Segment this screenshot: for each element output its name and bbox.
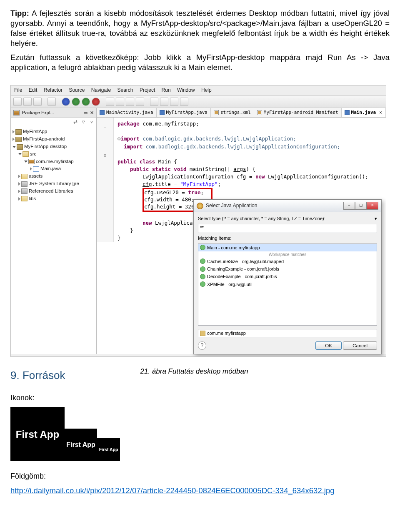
package-explorer-label: Package Expl... — [22, 110, 54, 115]
tree-main-java[interactable]: Main.java — [12, 165, 95, 173]
toolbar-new-icon[interactable] — [13, 98, 22, 106]
toolbar — [11, 95, 386, 108]
source-link[interactable]: http://i.dailymail.co.uk/i/pix/2012/12/0… — [10, 486, 335, 495]
tab-myfirstapp[interactable]: MyFirstApp.java — [157, 108, 211, 117]
toolbar-new-class-icon[interactable] — [116, 98, 124, 106]
tree-ref-libs[interactable]: Referenced Libraries — [12, 188, 95, 195]
toolbar-open-type-icon[interactable] — [126, 98, 134, 106]
select-type-label: Select type (? = any character, * = any … — [198, 216, 377, 221]
menu-run[interactable]: Run — [162, 87, 171, 93]
select-java-application-dialog: Select Java Application − ▢ ✕ Select typ… — [193, 199, 382, 354]
menu-help[interactable]: Help — [201, 87, 212, 93]
list-item[interactable]: DecodeExample - com.jcraft.jorbis — [198, 273, 377, 280]
menu-search[interactable]: Search — [118, 87, 133, 93]
app-icon-small: First App — [97, 438, 120, 461]
subhead-foldgomb: Földgömb: — [10, 472, 390, 481]
class-icon — [200, 274, 205, 279]
close-tab-icon[interactable]: ✕ — [379, 110, 382, 115]
package-icon — [200, 331, 205, 336]
tab-main[interactable]: Main.java✕ — [342, 108, 385, 117]
dropdown-icon[interactable]: ▾ — [375, 216, 377, 221]
cancel-button[interactable]: Cancel — [343, 341, 377, 350]
menu-edit[interactable]: Edit — [29, 87, 38, 93]
toolbar-debug-icon[interactable] — [62, 98, 70, 106]
toolbar-back-icon[interactable] — [170, 98, 178, 106]
list-item-main[interactable]: Main - com.me.myfirstapp — [198, 244, 377, 251]
toolbar-save-icon[interactable] — [23, 98, 32, 106]
package-explorer: Package Expl... ✕ ▭ ⇄ ⩒ ▿ MyFirstApp MyF… — [11, 108, 97, 354]
toolbar-run-last-icon[interactable] — [82, 98, 90, 106]
figure-caption: 21. ábra Futtatás desktop módban — [140, 367, 248, 376]
tip-paragraph: Tipp: A fejlesztés során a kisebb módosí… — [10, 8, 390, 48]
selected-path: com.me.myfirstapp — [198, 329, 377, 337]
tab-mainactivity[interactable]: MainActivity.java — [97, 108, 157, 117]
menubar: File Edit Refactor Source Navigate Searc… — [11, 85, 386, 95]
tab-manifest[interactable]: MyFirstApp-android Manifest — [254, 108, 342, 117]
icon-row: First App First App First App — [10, 407, 390, 461]
menu-source[interactable]: Source — [69, 87, 85, 93]
editor-tabs: MainActivity.java MyFirstApp.java string… — [97, 108, 386, 118]
class-icon — [200, 258, 205, 264]
project-tree: MyFirstApp MyFirstApp-android MyFirstApp… — [11, 126, 96, 204]
workspace-separator: Workspace matches — [198, 251, 377, 258]
xml-file-icon — [214, 110, 219, 115]
dialog-titlebar: Select Java Application − ▢ ✕ — [194, 200, 381, 212]
matching-items-label: Matching items: — [198, 235, 377, 241]
gutter: ⊟ ⊟ — [97, 118, 114, 242]
tab-strings[interactable]: strings.xml — [211, 108, 254, 117]
package-icon — [13, 110, 20, 115]
menu-project[interactable]: Project — [140, 87, 155, 93]
tree-libs[interactable]: libs — [12, 195, 95, 203]
toolbar-build-icon[interactable] — [48, 98, 56, 106]
list-item[interactable]: XPMFile - org.lwjgl.util — [198, 281, 377, 288]
subhead-ikonok: Ikonok: — [10, 393, 390, 403]
package-explorer-tab[interactable]: Package Expl... ✕ ▭ — [11, 108, 96, 118]
java-file-icon — [345, 110, 350, 115]
tree-project-2[interactable]: MyFirstApp-android — [12, 136, 95, 143]
ok-button[interactable]: OK — [315, 341, 342, 350]
list-item[interactable]: ChainingExample - com.jcraft.jorbis — [198, 265, 377, 273]
manifest-file-icon — [257, 110, 262, 115]
close-button[interactable]: ✕ — [367, 202, 378, 210]
tree-project-3[interactable]: MyFirstApp-desktop — [12, 143, 95, 151]
tree-package[interactable]: com.me.myfirstap — [12, 158, 95, 166]
toolbar-run-icon[interactable] — [72, 98, 80, 106]
maximize-button[interactable]: ▢ — [355, 202, 367, 210]
class-icon — [200, 281, 205, 287]
menu-refactor[interactable]: Refactor — [44, 87, 62, 93]
java-icon — [197, 203, 203, 209]
paragraph-2: Ezután futtassuk a következőképp: Jobb k… — [10, 53, 390, 73]
minimize-icon[interactable]: ▭ — [83, 110, 88, 115]
toolbar-prev-icon[interactable] — [150, 98, 158, 106]
menu-window[interactable]: Window — [177, 87, 195, 93]
sidebar-toolbar: ⇄ ⩒ ▿ — [11, 118, 96, 126]
matching-items-list: Main - com.me.myfirstapp Workspace match… — [198, 243, 377, 326]
ide-screenshot: File Edit Refactor Source Navigate Searc… — [10, 85, 386, 357]
toolbar-saveall-icon[interactable] — [33, 98, 42, 106]
toolbar-next-icon[interactable] — [160, 98, 168, 106]
tree-jre[interactable]: JRE System Library [jre — [12, 180, 95, 188]
app-icon-medium: First App — [65, 429, 97, 461]
tip-label: Tipp: — [10, 9, 29, 18]
list-item[interactable]: CacheLineSize - org.lwjgl.util.mapped — [198, 258, 377, 265]
close-icon[interactable]: ✕ — [90, 110, 94, 115]
tree-project-1[interactable]: MyFirstApp — [12, 128, 95, 136]
java-file-icon — [100, 110, 105, 115]
java-file-icon — [160, 110, 165, 115]
toolbar-forward-icon[interactable] — [180, 98, 188, 106]
menu-navigate[interactable]: Navigate — [91, 87, 111, 93]
section-heading: 9. Források — [10, 369, 65, 383]
menu-file[interactable]: File — [14, 87, 22, 93]
tree-assets[interactable]: assets — [12, 173, 95, 180]
class-icon — [200, 245, 205, 250]
toolbar-search-icon[interactable] — [136, 98, 144, 106]
tip-text-1: A fejlesztés során a kisebb módosítások … — [10, 9, 390, 48]
toolbar-new-package-icon[interactable] — [106, 98, 114, 106]
tree-src[interactable]: src — [12, 151, 95, 158]
app-icon-large: First App — [10, 407, 65, 461]
help-icon[interactable]: ? — [198, 341, 206, 350]
toolbar-stop-icon[interactable] — [92, 98, 100, 106]
minimize-button[interactable]: − — [343, 202, 355, 210]
dialog-title: Select Java Application — [206, 203, 341, 209]
filter-input[interactable]: ** — [198, 224, 377, 233]
